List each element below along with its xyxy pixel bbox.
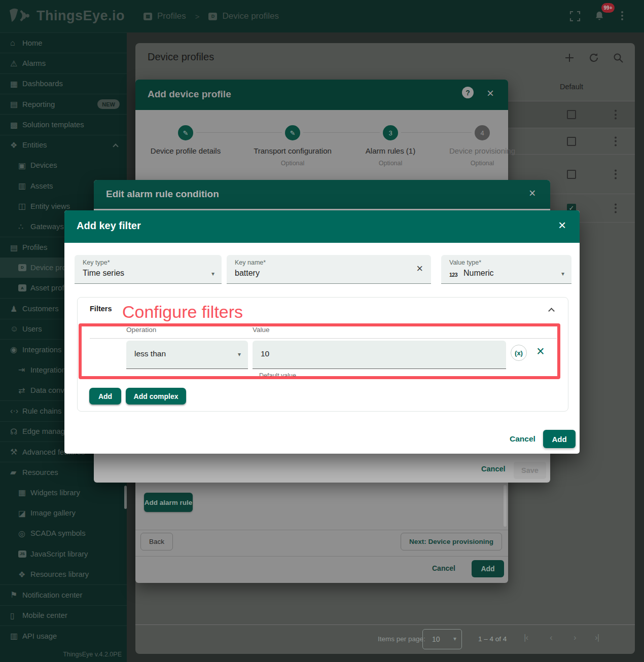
value-type-label: Value type*	[449, 259, 481, 266]
sidebar-item-mobile-center[interactable]: ▯Mobile center	[0, 605, 127, 626]
filter-add-button[interactable]: Add	[89, 388, 121, 404]
cancel-button[interactable]: Cancel	[481, 465, 506, 473]
sidebar-item-alarms[interactable]: ⚠Alarms	[0, 53, 127, 73]
logo[interactable]: ThingsEye.io	[6, 5, 125, 26]
next-page-icon[interactable]: ›	[574, 633, 576, 643]
widgets-library-icon: ▦	[18, 488, 30, 497]
save-button[interactable]: Save	[514, 462, 546, 479]
close-icon[interactable]: ×	[558, 218, 566, 232]
sidebar-item-label: SCADA symbols	[30, 529, 86, 537]
first-page-icon[interactable]: |‹	[524, 633, 528, 643]
new-badge: NEW	[97, 99, 120, 109]
add-alarm-rule-button[interactable]: Add alarm rule	[144, 493, 193, 512]
search-icon[interactable]	[613, 52, 624, 63]
integrations-icon: ◉	[10, 345, 22, 354]
filter-add-complex-button[interactable]: Add complex	[126, 388, 186, 404]
default-checkbox[interactable]	[567, 137, 576, 146]
sidebar-item-label: Image gallery	[30, 509, 76, 517]
value-type-select[interactable]: Value type* 123 Numeric ▾	[441, 255, 571, 284]
breadcrumb-device-profiles[interactable]: Device profiles	[222, 11, 279, 21]
default-checkbox[interactable]	[567, 110, 576, 119]
divider	[135, 530, 508, 530]
fullscreen-icon[interactable]	[569, 11, 581, 22]
row-actions-icon[interactable]	[615, 169, 617, 179]
sidebar-item-image-gallery[interactable]: ◪Image gallery	[0, 503, 127, 523]
key-type-select[interactable]: Key type* Time series ▾	[75, 255, 222, 284]
column-header-default[interactable]: Default	[558, 83, 585, 91]
cancel-button[interactable]: Cancel	[432, 564, 455, 572]
last-page-icon[interactable]: ›|	[595, 633, 599, 643]
breadcrumb-profiles[interactable]: Profiles	[157, 11, 186, 21]
row-actions-icon[interactable]	[615, 110, 617, 120]
sidebar-item-label: Mobile center	[22, 611, 67, 619]
next-device-provisioning-button[interactable]: Next: Device provisioning	[401, 533, 502, 550]
sidebar-item-label: Widgets library	[30, 489, 80, 497]
sidebar-item-scada-symbols[interactable]: ◎SCADA symbols	[0, 523, 127, 543]
sidebar-item-dashboards[interactable]: ▦Dashboards	[0, 73, 127, 94]
sidebar-item-home[interactable]: ⌂Home	[0, 32, 127, 53]
key-name-input[interactable]: Key name* battery ×	[227, 255, 431, 284]
profiles-breadcrumb-icon: ▤	[144, 13, 152, 20]
add-button[interactable]: Add	[543, 430, 576, 448]
sidebar-scrollbar[interactable]	[124, 486, 127, 509]
sidebar-item-devices[interactable]: ▣Devices	[0, 155, 127, 175]
notifications-bell-icon[interactable]	[594, 11, 605, 22]
items-per-page-select[interactable]: 10 ▾	[422, 629, 462, 649]
step-connector	[401, 132, 472, 133]
add-entity-icon[interactable]	[564, 52, 575, 63]
sidebar-item-label: Profiles	[22, 243, 47, 251]
sidebar-item-api-usage[interactable]: ▥API usage	[0, 626, 127, 646]
header-menu-icon[interactable]	[621, 11, 623, 20]
sidebar-item-javascript-library[interactable]: JSJavaScript library	[0, 544, 127, 564]
close-icon[interactable]: ×	[529, 187, 535, 200]
edge-management-icon: ☊	[10, 427, 22, 436]
clear-icon[interactable]: ×	[416, 262, 423, 275]
step-pencil-icon[interactable]: ✎	[178, 125, 193, 140]
sidebar-item-widgets-library[interactable]: ▦Widgets library	[0, 483, 127, 503]
add-button[interactable]: Add	[472, 560, 504, 577]
alarm-icon: ⚠	[10, 59, 22, 68]
data-converters-icon: ⇄	[18, 386, 30, 395]
annotation-rectangle	[79, 323, 560, 379]
row-actions-icon[interactable]	[615, 136, 617, 146]
dialog-title: Add device profile	[148, 89, 231, 100]
help-icon[interactable]: ?	[462, 87, 474, 98]
advanced-features-icon: ⚒	[10, 447, 22, 457]
collapse-chevron-icon[interactable]	[548, 308, 555, 314]
refresh-icon[interactable]	[588, 52, 599, 63]
key-name-value: battery	[235, 269, 260, 278]
gateways-icon: ∴	[18, 222, 30, 232]
dropdown-arrow-icon: ▾	[211, 270, 214, 277]
previous-page-icon[interactable]: ‹	[550, 633, 552, 643]
users-icon: ☺	[10, 324, 22, 334]
devices-icon: ▣	[18, 161, 30, 170]
sidebar-item-notification-center[interactable]: ⚑Notification center	[0, 584, 127, 605]
cancel-button[interactable]: Cancel	[510, 434, 535, 444]
default-checkbox[interactable]	[567, 170, 576, 179]
sidebar-item-label: Solution templates	[22, 121, 84, 129]
close-icon[interactable]: ×	[487, 86, 494, 100]
sidebar-item-label: Rule chains	[22, 407, 61, 415]
step-3-circle[interactable]: 3	[383, 125, 398, 140]
back-button[interactable]: Back	[140, 533, 173, 550]
breadcrumb: ▤ Profiles > D Device profiles	[144, 0, 279, 32]
sidebar-item-solution-templates[interactable]: ▩Solution templates	[0, 114, 127, 134]
sidebar-item-label: Integrations	[30, 366, 69, 374]
filters-section-label: Filters	[90, 305, 112, 313]
sidebar-item-resources-library[interactable]: ❖Resources library	[0, 564, 127, 584]
sidebar-item-label: Dashboards	[22, 80, 63, 88]
row-actions-icon[interactable]	[615, 203, 617, 213]
sidebar-item-reporting[interactable]: ▤ReportingNEW	[0, 94, 127, 114]
dialog-title: Edit alarm rule condition	[106, 189, 219, 200]
pagination-divider	[135, 624, 635, 625]
dialog-scrollbar[interactable]	[504, 485, 507, 527]
notification-count-badge: 99+	[601, 3, 615, 13]
sidebar-item-entities[interactable]: ❖Entities	[0, 135, 127, 155]
profiles-icon: ▤	[10, 243, 22, 252]
sidebar-item-label: Users	[22, 325, 42, 333]
items-per-page-label: Items per page:	[378, 635, 425, 643]
sidebar-item-label: Entities	[22, 141, 47, 149]
step-4-circle[interactable]: 4	[475, 125, 490, 140]
step-pencil-icon[interactable]: ✎	[285, 125, 300, 140]
scada-symbols-icon: ◎	[18, 529, 30, 538]
